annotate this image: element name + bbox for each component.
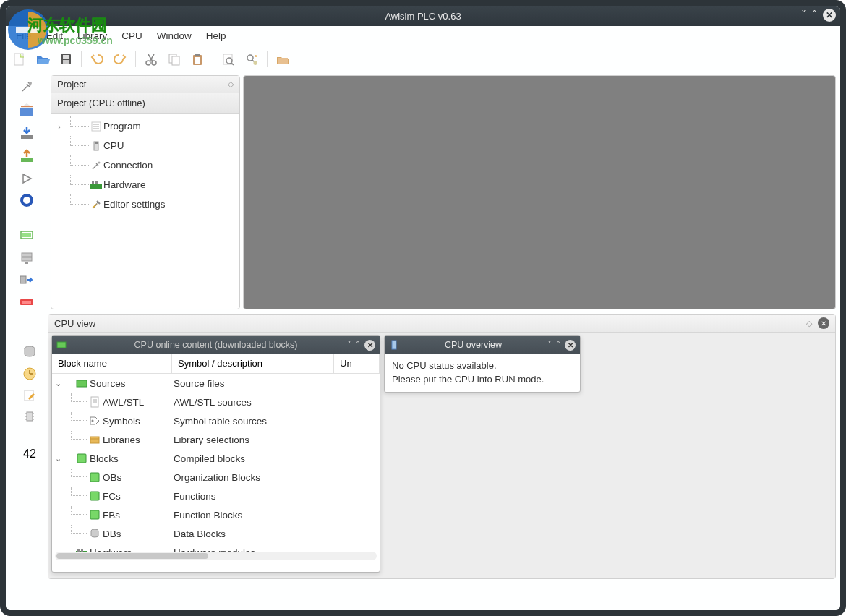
cpu-view-close-icon[interactable]: ✕: [818, 317, 829, 329]
svg-rect-43: [92, 181, 94, 184]
menu-help[interactable]: Help: [199, 27, 234, 44]
table-row[interactable]: FBsFunction Blocks: [52, 505, 380, 524]
row-description: Function Blocks: [172, 510, 334, 521]
tree-item-connection[interactable]: Connection: [53, 155, 238, 175]
main-toolbar: [6, 46, 840, 72]
cpu-view-body: CPU online content (downloaded blocks) ˅…: [48, 333, 835, 578]
col-block-name[interactable]: Block name: [52, 354, 172, 373]
stop-icon[interactable]: [18, 193, 35, 208]
svg-rect-21: [20, 108, 33, 116]
cut-button[interactable]: [140, 49, 162, 69]
minimize-button[interactable]: ˅: [801, 9, 806, 22]
database-icon[interactable]: [22, 345, 37, 359]
transfer-icon[interactable]: [18, 273, 35, 288]
delete-icon[interactable]: [18, 295, 35, 310]
panel-pin-icon[interactable]: ◇: [228, 80, 234, 89]
monitor-icon[interactable]: [18, 228, 35, 244]
expand-chevron-icon[interactable]: ⌄: [52, 379, 64, 388]
table-row[interactable]: DBsData Blocks: [52, 524, 380, 543]
online-content-titlebar[interactable]: CPU online content (downloaded blocks) ˅…: [52, 336, 380, 354]
table-row[interactable]: ⌄BlocksCompiled blocks: [52, 449, 380, 468]
application-window: 河东软件园 www.pc0359.cn Awlsim PLC v0.63 ˅ ˄…: [0, 0, 846, 616]
overview-max-icon[interactable]: ˄: [556, 340, 560, 350]
online-close-icon[interactable]: ✕: [364, 340, 375, 351]
cpu-view-pin-icon[interactable]: ◇: [806, 319, 812, 328]
clock-icon[interactable]: [22, 367, 37, 381]
cpu-view-panel: CPU view ◇ ✕ CPU online content (downloa…: [48, 314, 836, 579]
table-row[interactable]: SymbolsSymbol table sources: [52, 411, 380, 430]
run-icon[interactable]: [18, 171, 35, 187]
project-panel-title: Project: [57, 79, 86, 90]
save-button[interactable]: [55, 49, 77, 69]
svg-rect-48: [27, 412, 33, 421]
replace-button[interactable]: [241, 49, 262, 69]
svg-rect-9: [172, 56, 179, 65]
svg-point-60: [92, 420, 94, 422]
watermark-text: 河东软件园: [27, 14, 107, 36]
cpu-overview-title: CPU overview: [399, 340, 547, 350]
svg-rect-29: [22, 253, 32, 257]
tree-item-program[interactable]: ›Program: [53, 116, 238, 136]
svg-rect-19: [278, 58, 288, 64]
online-min-icon[interactable]: ˅: [347, 340, 351, 350]
table-row[interactable]: FCsFunctions: [52, 487, 380, 505]
menu-cpu[interactable]: CPU: [114, 27, 150, 44]
row-name: Symbols: [103, 416, 140, 427]
store-icon[interactable]: [18, 102, 35, 118]
connect-icon[interactable]: [18, 80, 35, 95]
overview-min-icon[interactable]: ˅: [547, 340, 552, 350]
svg-rect-4: [63, 55, 69, 59]
table-row[interactable]: OBsOrganization Blocks: [52, 468, 380, 487]
cpu-overview-window: CPU overview ˅ ˄ ✕ No CPU status availab…: [384, 335, 581, 393]
svg-rect-24: [21, 158, 33, 162]
edit-doc-icon[interactable]: [22, 388, 37, 403]
col-un[interactable]: Un: [334, 354, 380, 373]
menubar: File Edit Library CPU Window Help: [6, 26, 840, 46]
menu-window[interactable]: Window: [150, 27, 199, 44]
tree-item-hardware[interactable]: Hardware: [53, 175, 238, 194]
project-tree: ›Program CPU Connection Hardware Editor …: [51, 114, 239, 217]
copy-button[interactable]: [163, 49, 185, 69]
row-name: Blocks: [90, 453, 119, 464]
col-symbol[interactable]: Symbol / description: [172, 354, 334, 373]
row-description: Data Blocks: [172, 529, 334, 539]
left-tool-strip: [6, 74, 48, 309]
svg-rect-11: [195, 54, 200, 56]
svg-point-20: [29, 82, 32, 85]
table-row[interactable]: AWL/STLAWL/STL sources: [52, 393, 380, 411]
row-name: OBs: [103, 472, 121, 483]
horizontal-scrollbar[interactable]: [55, 552, 377, 560]
undo-button[interactable]: [86, 49, 108, 69]
project-panel: Project ◇ Project (CPU: offline) ›Progra…: [51, 75, 240, 309]
expand-chevron-icon[interactable]: ⌄: [52, 454, 64, 463]
row-description: Library selections: [172, 435, 334, 445]
table-row[interactable]: LibrariesLibrary selections: [52, 430, 380, 449]
row-description: Compiled blocks: [172, 453, 334, 464]
maximize-button[interactable]: ˄: [812, 9, 817, 22]
table-row[interactable]: ⌄SourcesSource files: [52, 374, 380, 393]
editor-workspace: [243, 75, 836, 309]
row-description: Symbol table sources: [172, 416, 334, 427]
overview-close-icon[interactable]: ✕: [565, 340, 576, 351]
svg-rect-64: [90, 473, 99, 482]
cpu-overview-titlebar[interactable]: CPU overview ˅ ˄ ✕: [385, 336, 580, 354]
upload-icon[interactable]: [18, 148, 35, 164]
redo-button[interactable]: [109, 49, 131, 69]
online-max-icon[interactable]: ˄: [356, 340, 360, 350]
library-button[interactable]: [272, 49, 294, 69]
row-description: Organization Blocks: [172, 472, 334, 483]
folder-green-icon: [74, 378, 90, 388]
paste-button[interactable]: [187, 49, 208, 69]
tree-item-editor-settings[interactable]: Editor settings: [53, 194, 238, 214]
tree-label: Program: [103, 121, 141, 132]
tree-label: Connection: [103, 160, 153, 171]
tree-item-cpu[interactable]: CPU: [53, 136, 238, 155]
chip-icon[interactable]: [23, 410, 36, 423]
online-window-icon: [56, 340, 67, 350]
close-button[interactable]: ✕: [823, 9, 836, 22]
download-icon[interactable]: [18, 125, 35, 141]
doc-icon: [87, 396, 103, 408]
find-button[interactable]: [218, 49, 239, 69]
server-icon[interactable]: [18, 251, 35, 266]
table-body: ⌄SourcesSource filesAWL/STLAWL/STL sourc…: [52, 374, 380, 560]
